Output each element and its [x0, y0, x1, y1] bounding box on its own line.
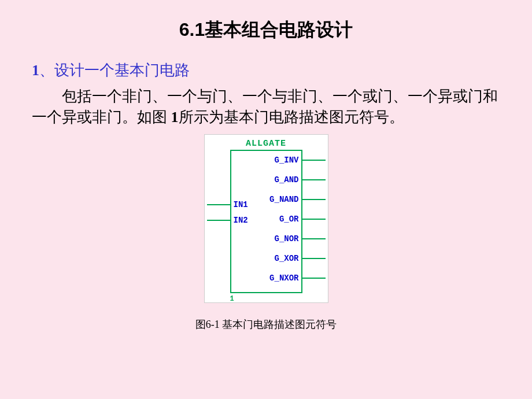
diagram-block: IN1 IN2 G_INV G_AND G_NAND G_OR [207, 150, 326, 300]
wire [302, 199, 326, 200]
input-row-in1: IN1 [207, 199, 248, 210]
corner-number: 1 [230, 295, 234, 303]
wire [302, 160, 326, 161]
wire [207, 204, 230, 205]
output-label: G_NXOR [269, 274, 298, 283]
wire [207, 220, 230, 221]
output-row-inv: G_INV [274, 154, 325, 166]
body-number: 1 [171, 109, 179, 125]
subtitle-text: 设计一个基本门电路 [54, 62, 190, 79]
figure-caption: 图6-1 基本门电路描述图元符号 [0, 317, 532, 331]
output-label: G_XOR [274, 254, 298, 263]
wire [302, 278, 326, 279]
wire [302, 258, 326, 259]
output-label: G_AND [274, 175, 298, 184]
wire [302, 219, 326, 220]
body-paragraph: 包括一个非门、一个与门、一个与非门、一个或门、一个异或门和一个异或非门。如图 1… [32, 86, 500, 128]
input-label-in1: IN1 [234, 200, 248, 209]
body-part-b: 所示为基本门电路描述图元符号。 [179, 109, 404, 125]
output-row-xor: G_XOR [274, 253, 325, 264]
wire [302, 179, 326, 180]
input-row-in2: IN2 [207, 215, 248, 226]
wire [302, 238, 326, 239]
subtitle-number: 1 [32, 62, 39, 79]
output-label: G_OR [279, 215, 299, 224]
output-row-nor: G_NOR [274, 233, 325, 245]
output-label: G_NOR [274, 234, 298, 243]
output-row-or: G_OR [279, 213, 326, 225]
output-row-nand: G_NAND [269, 194, 325, 205]
output-row-and: G_AND [274, 174, 325, 186]
output-label: G_NAND [269, 195, 298, 204]
output-row-nxor: G_NXOR [269, 272, 325, 284]
input-label-in2: IN2 [234, 216, 248, 225]
subtitle-sep: 、 [39, 62, 54, 79]
diagram-title: ALLGATE [207, 139, 326, 149]
gate-diagram: ALLGATE IN1 IN2 G_INV G_AND G_NAND [204, 134, 328, 303]
output-label: G_INV [274, 156, 298, 165]
section-subtitle: 1、设计一个基本门电路 [32, 60, 532, 80]
page-title: 6.1基本组合电路设计 [0, 0, 532, 43]
diagram-container: ALLGATE IN1 IN2 G_INV G_AND G_NAND [0, 134, 532, 303]
